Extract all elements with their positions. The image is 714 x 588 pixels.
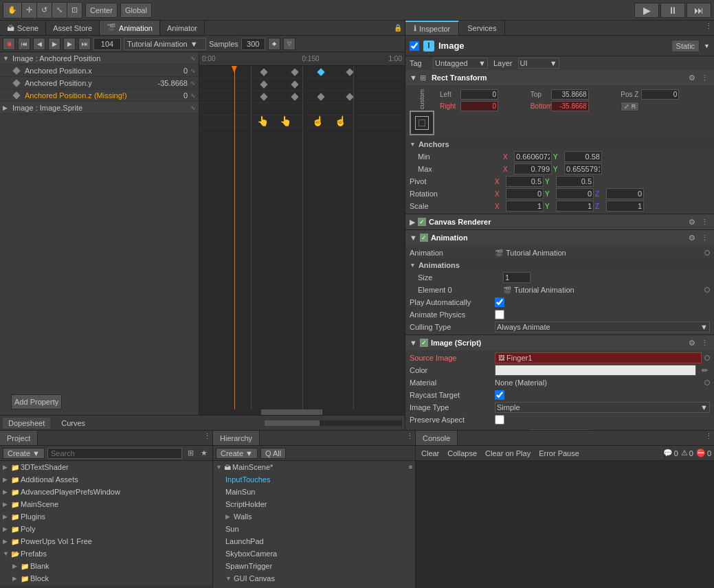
max-y-input[interactable] [564, 163, 602, 174]
dopesheet-tab[interactable]: Dopesheet [3, 418, 50, 429]
material-circle[interactable] [704, 380, 710, 385]
hierarchy-pausepanel[interactable]: ▶ Pause Panel [213, 585, 415, 588]
rt-anchor-diagram[interactable] [410, 111, 434, 135]
pivot-y-input[interactable] [556, 176, 594, 187]
is-settings-btn-1[interactable]: ⚙ [687, 337, 698, 348]
project-item-3dtextshader[interactable]: ▶ 📁 3DTextShader [0, 461, 212, 473]
hierarchy-sun[interactable]: Sun [213, 523, 415, 535]
console-clear-btn[interactable]: Clear [419, 449, 442, 458]
rotate-tool[interactable]: ↺ [37, 3, 52, 18]
hand-tool[interactable]: ✋ [3, 3, 22, 18]
play-auto-checkbox[interactable] [495, 297, 504, 307]
rt-bottom-input[interactable] [551, 101, 589, 111]
project-search[interactable] [47, 448, 182, 459]
hierarchy-scriptholder[interactable]: ScriptHolder [213, 498, 415, 510]
cr-enabled-checkbox[interactable]: ✓ [418, 218, 426, 226]
project-item-mainscene[interactable]: ▶ 📁 MainScene [0, 498, 212, 510]
tag-dropdown[interactable]: Untagged ▼ [433, 58, 488, 69]
footer-scroll[interactable] [265, 420, 402, 426]
tab-animator[interactable]: Animator [160, 21, 205, 35]
properties-scroll[interactable]: ▼ Image : Anchored Position ∿ Anchored P… [0, 52, 199, 389]
color-picker-btn[interactable]: ✏ [699, 365, 710, 376]
hierarchy-spawntrigger[interactable]: SpawnTrigger [213, 560, 415, 572]
clip-dropdown[interactable]: Tutorial Animation ▼ [124, 38, 206, 50]
anim-settings-btn-2[interactable]: ⋮ [699, 232, 710, 243]
element0-circle[interactable] [704, 287, 710, 293]
anim-goto-end-btn[interactable]: ⏭ [78, 38, 91, 50]
pause-button[interactable]: ⏸ [660, 3, 685, 18]
curves-tab[interactable]: Curves [56, 418, 91, 429]
hierarchy-create-btn[interactable]: Create ▼ [216, 448, 258, 459]
anim-record-btn[interactable]: ⏺ [3, 38, 15, 50]
project-settings-btn[interactable]: ⋮ [201, 431, 212, 442]
animate-physics-checkbox[interactable] [495, 310, 504, 319]
max-x-input[interactable] [514, 163, 552, 174]
frame-number-input[interactable] [93, 38, 121, 50]
rt-settings-btn-2[interactable]: ⋮ [699, 72, 710, 83]
scale-x-input[interactable] [506, 201, 544, 212]
move-tool[interactable]: ✛ [22, 3, 37, 18]
hierarchy-guicanvas[interactable]: ▼ GUI Canvas [213, 572, 415, 585]
project-item-plugins[interactable]: ▶ 📁 Plugins [0, 510, 212, 523]
rt-settings-btn-1[interactable]: ⚙ [687, 72, 698, 83]
create-btn[interactable]: Create ▼ [3, 448, 45, 459]
anim-prev-frame-btn[interactable]: ◀ [33, 38, 45, 50]
rt-top-input[interactable] [551, 89, 589, 100]
source-image-circle[interactable] [704, 355, 710, 361]
keyframe-3b[interactable] [291, 93, 298, 100]
tab-project[interactable]: Project [0, 431, 38, 445]
keyframe-1c[interactable] [317, 68, 325, 76]
hierarchy-launchpad[interactable]: LaunchPad [213, 535, 415, 547]
console-clear-on-play-btn[interactable]: Clear on Play [482, 449, 533, 458]
rt-stretch-btn[interactable]: ⤢ R [621, 102, 639, 111]
project-section-others[interactable]: ▼ 📂 Others [0, 585, 212, 588]
rect-tool[interactable]: ⊡ [67, 3, 82, 18]
timeline-body[interactable]: 👆 👆 ☝ ☝ [199, 66, 405, 409]
prop-group-sprite[interactable]: ▶ Image : Image.Sprite ∿ [0, 102, 199, 114]
console-collapse-btn[interactable]: Collapse [445, 449, 480, 458]
hierarchy-mainscene[interactable]: ▼ 🏔 MainScene* ≡ [213, 461, 415, 473]
anim-target-circle[interactable] [704, 250, 710, 256]
anchors-section-header[interactable]: ▼ Anchors [405, 138, 714, 150]
tab-services[interactable]: Services [459, 21, 505, 35]
animation-comp-header[interactable]: ▼ ✓ Animation ⚙ ⋮ [405, 230, 714, 245]
project-star-btn[interactable]: ★ [199, 448, 210, 459]
tab-hierarchy[interactable]: Hierarchy [213, 431, 260, 445]
keyframe-3a[interactable] [260, 93, 267, 100]
keyframe-3d[interactable] [346, 93, 354, 100]
tab-asset-store[interactable]: Asset Store [46, 21, 100, 35]
step-button[interactable]: ⏭ [687, 3, 711, 18]
samples-input[interactable] [241, 38, 265, 50]
tab-animation[interactable]: 🎬 Animation [100, 21, 160, 35]
center-button[interactable]: Center [85, 3, 118, 18]
project-item-blank[interactable]: ▶ 📁 Blank [0, 560, 212, 572]
element0-field[interactable]: 🎬 Tutorial Animation [503, 286, 702, 294]
rot-x-input[interactable] [506, 188, 544, 199]
color-field[interactable] [495, 365, 696, 376]
anim-play-btn[interactable]: ▶ [48, 38, 60, 50]
project-item-additional[interactable]: ▶ 📁 Additional Assets [0, 473, 212, 486]
is-enabled-checkbox[interactable]: ✓ [420, 339, 428, 347]
rt-left-input[interactable] [460, 89, 498, 100]
cr-settings-btn-1[interactable]: ⚙ [687, 216, 698, 227]
image-type-dropdown[interactable]: Simple ▼ [495, 402, 710, 413]
keyframe-3c[interactable] [317, 93, 325, 100]
rot-z-input[interactable] [606, 188, 644, 199]
anim-settings-btn-1[interactable]: ⚙ [687, 232, 698, 243]
project-item-powerups[interactable]: ▶ 📁 PowerUps Vol 1 Free [0, 535, 212, 547]
static-button[interactable]: Static [671, 40, 700, 52]
hierarchy-walls[interactable]: ▶ Walls [213, 510, 415, 523]
rt-right-input[interactable] [460, 101, 498, 111]
culling-type-dropdown[interactable]: Always Animate ▼ [495, 321, 710, 332]
anim-enabled-checkbox[interactable]: ✓ [420, 234, 428, 242]
add-keyframe-btn[interactable]: ◆ [268, 38, 280, 50]
min-y-input[interactable] [564, 151, 602, 162]
canvas-renderer-header[interactable]: ▶ ✓ Canvas Renderer ⚙ ⋮ [405, 214, 714, 229]
add-event-btn[interactable]: ▽ [283, 38, 295, 50]
tab-scene[interactable]: 🏔 Scene [0, 21, 46, 35]
source-image-value[interactable]: 🖼 Finger1 [495, 352, 702, 363]
cr-settings-btn-2[interactable]: ⋮ [699, 216, 710, 227]
scale-z-input[interactable] [606, 201, 644, 212]
console-error-pause-btn[interactable]: Error Pause [536, 449, 582, 458]
keyframe-1d[interactable] [346, 68, 354, 76]
